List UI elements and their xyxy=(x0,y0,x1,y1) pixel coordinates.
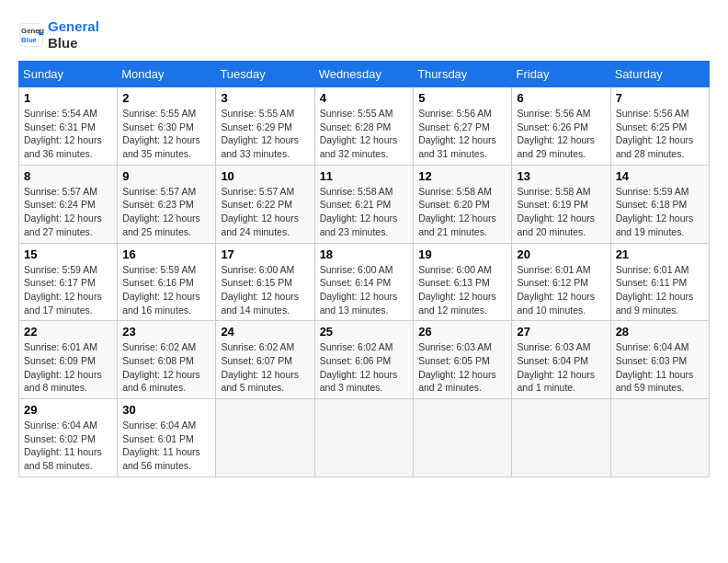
day-info: Sunrise: 6:02 AMSunset: 6:08 PMDaylight:… xyxy=(122,341,200,393)
day-of-week-header: Wednesday xyxy=(314,62,414,87)
day-number: 2 xyxy=(122,91,210,105)
calendar-cell: 29 Sunrise: 6:04 AMSunset: 6:02 PMDaylig… xyxy=(19,399,118,477)
day-of-week-header: Sunday xyxy=(19,62,118,87)
day-number: 7 xyxy=(616,91,704,105)
day-info: Sunrise: 6:03 AMSunset: 6:04 PMDaylight:… xyxy=(517,341,595,393)
day-info: Sunrise: 6:04 AMSunset: 6:02 PMDaylight:… xyxy=(24,419,102,471)
calendar-cell: 26 Sunrise: 6:03 AMSunset: 6:05 PMDaylig… xyxy=(414,321,512,399)
day-info: Sunrise: 6:00 AMSunset: 6:14 PMDaylight:… xyxy=(320,264,398,316)
day-info: Sunrise: 6:03 AMSunset: 6:05 PMDaylight:… xyxy=(418,341,496,393)
day-number: 25 xyxy=(320,325,409,339)
calendar-cell: 5 Sunrise: 5:56 AMSunset: 6:27 PMDayligh… xyxy=(414,87,512,166)
calendar-cell: 24 Sunrise: 6:02 AMSunset: 6:07 PMDaylig… xyxy=(216,321,314,399)
calendar-week-row: 29 Sunrise: 6:04 AMSunset: 6:02 PMDaylig… xyxy=(19,399,710,477)
day-info: Sunrise: 6:04 AMSunset: 6:03 PMDaylight:… xyxy=(616,341,694,393)
day-info: Sunrise: 6:01 AMSunset: 6:12 PMDaylight:… xyxy=(517,264,595,316)
day-info: Sunrise: 5:57 AMSunset: 6:24 PMDaylight:… xyxy=(24,186,102,237)
day-number: 5 xyxy=(418,91,506,105)
day-info: Sunrise: 5:56 AMSunset: 6:25 PMDaylight:… xyxy=(616,108,694,159)
day-info: Sunrise: 6:02 AMSunset: 6:06 PMDaylight:… xyxy=(320,341,398,393)
calendar-cell xyxy=(512,399,610,477)
day-number: 12 xyxy=(418,169,506,183)
day-info: Sunrise: 5:58 AMSunset: 6:19 PMDaylight:… xyxy=(517,186,595,237)
day-number: 21 xyxy=(616,247,704,261)
day-of-week-header: Thursday xyxy=(414,62,512,87)
day-number: 10 xyxy=(221,169,309,183)
day-info: Sunrise: 5:56 AMSunset: 6:26 PMDaylight:… xyxy=(517,108,595,159)
day-number: 4 xyxy=(320,91,409,105)
day-info: Sunrise: 6:02 AMSunset: 6:07 PMDaylight:… xyxy=(221,341,299,393)
calendar-cell: 8 Sunrise: 5:57 AMSunset: 6:24 PMDayligh… xyxy=(19,165,118,243)
calendar-cell xyxy=(414,399,512,477)
day-info: Sunrise: 5:57 AMSunset: 6:23 PMDaylight:… xyxy=(122,186,200,237)
calendar-cell: 6 Sunrise: 5:56 AMSunset: 6:26 PMDayligh… xyxy=(512,87,610,166)
day-number: 30 xyxy=(122,403,210,417)
day-info: Sunrise: 5:57 AMSunset: 6:22 PMDaylight:… xyxy=(221,186,299,237)
calendar-cell: 7 Sunrise: 5:56 AMSunset: 6:25 PMDayligh… xyxy=(610,87,709,166)
svg-text:Blue: Blue xyxy=(21,36,38,44)
day-number: 18 xyxy=(320,247,409,261)
day-number: 26 xyxy=(418,325,506,339)
day-number: 20 xyxy=(517,247,605,261)
calendar-cell: 11 Sunrise: 5:58 AMSunset: 6:21 PMDaylig… xyxy=(314,165,414,243)
day-info: Sunrise: 5:55 AMSunset: 6:30 PMDaylight:… xyxy=(122,108,200,159)
day-number: 28 xyxy=(616,325,704,339)
day-number: 24 xyxy=(221,325,309,339)
calendar-cell: 2 Sunrise: 5:55 AMSunset: 6:30 PMDayligh… xyxy=(118,87,216,166)
day-info: Sunrise: 6:01 AMSunset: 6:11 PMDaylight:… xyxy=(616,264,694,316)
calendar-cell: 18 Sunrise: 6:00 AMSunset: 6:14 PMDaylig… xyxy=(314,243,414,321)
day-info: Sunrise: 5:54 AMSunset: 6:31 PMDaylight:… xyxy=(24,108,102,159)
day-number: 23 xyxy=(122,325,210,339)
logo-text: GeneralBlue xyxy=(48,18,99,52)
day-info: Sunrise: 5:59 AMSunset: 6:16 PMDaylight:… xyxy=(122,264,200,316)
day-info: Sunrise: 6:01 AMSunset: 6:09 PMDaylight:… xyxy=(24,341,102,393)
day-number: 15 xyxy=(24,247,112,261)
calendar-cell: 13 Sunrise: 5:58 AMSunset: 6:19 PMDaylig… xyxy=(512,165,610,243)
day-of-week-header: Tuesday xyxy=(216,62,314,87)
day-info: Sunrise: 6:04 AMSunset: 6:01 PMDaylight:… xyxy=(122,419,200,471)
calendar-cell: 21 Sunrise: 6:01 AMSunset: 6:11 PMDaylig… xyxy=(610,243,709,321)
day-info: Sunrise: 6:00 AMSunset: 6:13 PMDaylight:… xyxy=(418,264,496,316)
day-number: 27 xyxy=(517,325,605,339)
logo-icon: General Blue xyxy=(18,22,44,48)
page-header: General Blue GeneralBlue xyxy=(18,18,710,52)
calendar-cell: 22 Sunrise: 6:01 AMSunset: 6:09 PMDaylig… xyxy=(19,321,118,399)
day-info: Sunrise: 5:55 AMSunset: 6:29 PMDaylight:… xyxy=(221,108,299,159)
calendar-cell: 1 Sunrise: 5:54 AMSunset: 6:31 PMDayligh… xyxy=(19,87,118,166)
day-info: Sunrise: 6:00 AMSunset: 6:15 PMDaylight:… xyxy=(221,264,299,316)
calendar-cell: 3 Sunrise: 5:55 AMSunset: 6:29 PMDayligh… xyxy=(216,87,314,166)
calendar-cell: 30 Sunrise: 6:04 AMSunset: 6:01 PMDaylig… xyxy=(118,399,216,477)
calendar-cell: 25 Sunrise: 6:02 AMSunset: 6:06 PMDaylig… xyxy=(314,321,414,399)
day-info: Sunrise: 5:55 AMSunset: 6:28 PMDaylight:… xyxy=(320,108,398,159)
day-number: 6 xyxy=(517,91,605,105)
calendar-header-row: SundayMondayTuesdayWednesdayThursdayFrid… xyxy=(19,62,710,87)
calendar-cell xyxy=(314,399,414,477)
calendar-cell: 23 Sunrise: 6:02 AMSunset: 6:08 PMDaylig… xyxy=(118,321,216,399)
calendar-week-row: 1 Sunrise: 5:54 AMSunset: 6:31 PMDayligh… xyxy=(19,87,710,166)
calendar-week-row: 15 Sunrise: 5:59 AMSunset: 6:17 PMDaylig… xyxy=(19,243,710,321)
day-number: 8 xyxy=(24,169,112,183)
calendar-week-row: 22 Sunrise: 6:01 AMSunset: 6:09 PMDaylig… xyxy=(19,321,710,399)
day-number: 11 xyxy=(320,169,409,183)
calendar: SundayMondayTuesdayWednesdayThursdayFrid… xyxy=(18,61,710,477)
day-number: 19 xyxy=(418,247,506,261)
day-number: 14 xyxy=(616,169,704,183)
day-info: Sunrise: 5:56 AMSunset: 6:27 PMDaylight:… xyxy=(418,108,496,159)
calendar-cell: 12 Sunrise: 5:58 AMSunset: 6:20 PMDaylig… xyxy=(414,165,512,243)
day-number: 1 xyxy=(24,91,112,105)
calendar-cell: 19 Sunrise: 6:00 AMSunset: 6:13 PMDaylig… xyxy=(414,243,512,321)
day-number: 13 xyxy=(517,169,605,183)
day-info: Sunrise: 5:58 AMSunset: 6:20 PMDaylight:… xyxy=(418,186,496,237)
day-number: 17 xyxy=(221,247,309,261)
day-number: 29 xyxy=(24,403,112,417)
calendar-week-row: 8 Sunrise: 5:57 AMSunset: 6:24 PMDayligh… xyxy=(19,165,710,243)
day-info: Sunrise: 5:58 AMSunset: 6:21 PMDaylight:… xyxy=(320,186,398,237)
calendar-cell: 28 Sunrise: 6:04 AMSunset: 6:03 PMDaylig… xyxy=(610,321,709,399)
calendar-cell: 4 Sunrise: 5:55 AMSunset: 6:28 PMDayligh… xyxy=(314,87,414,166)
day-info: Sunrise: 5:59 AMSunset: 6:17 PMDaylight:… xyxy=(24,264,102,316)
day-number: 9 xyxy=(122,169,210,183)
day-number: 3 xyxy=(221,91,309,105)
day-of-week-header: Monday xyxy=(118,62,216,87)
day-number: 22 xyxy=(24,325,112,339)
calendar-cell: 15 Sunrise: 5:59 AMSunset: 6:17 PMDaylig… xyxy=(19,243,118,321)
